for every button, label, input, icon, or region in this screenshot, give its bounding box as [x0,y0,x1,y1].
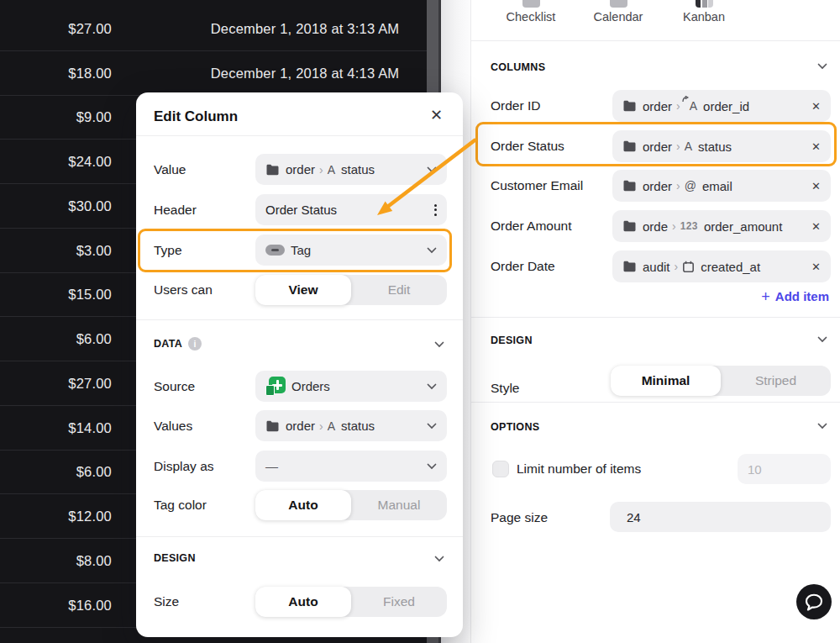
path-folder-name: orde [643,219,668,234]
path-folder-name: audit [643,260,670,274]
type-value: Tag [291,243,311,257]
column-item-created_at: Order Date audit › created_at ✕ [471,246,840,287]
order-amount-cell: $3.00 [0,242,112,258]
info-icon[interactable]: i [188,337,202,350]
users-can-segmented-control: View Edit [255,275,447,305]
users-option-view[interactable]: View [255,275,351,305]
style-option-minimal[interactable]: Minimal [611,366,721,396]
folder-icon [622,220,637,232]
header-label: Header [154,203,197,218]
tab-kanban[interactable]: Kanban [669,0,739,24]
page-size-label: Page size [491,510,548,525]
app-screen: $27.00 December 1, 2018 at 3:13 AM $18.0… [0,0,840,643]
display-as-row: Display as — [136,446,463,486]
path-folder-name: order [643,99,672,113]
relation-type-icon: A [685,99,697,113]
tab-calendar[interactable]: Calendar [583,0,654,24]
spreadsheet-icon [265,377,286,396]
chevron-down-icon[interactable] [817,336,827,343]
remove-column-icon[interactable]: ✕ [811,100,821,113]
remove-column-icon[interactable]: ✕ [811,220,821,233]
add-item-label: Add item [775,289,829,303]
remove-column-icon[interactable]: ✕ [811,261,821,273]
size-option-fixed[interactable]: Fixed [351,587,447,617]
config-panel: Checklist Calendar Kanban COLUMNS Order … [470,0,840,643]
column-field-pill[interactable]: order › A order_id ✕ [612,90,831,122]
source-field[interactable]: Orders [255,371,447,402]
size-label: Size [154,594,179,609]
close-icon[interactable]: ✕ [430,106,443,124]
users-can-row: Users can View Edit [136,270,463,309]
value-field[interactable]: order › A status [255,154,447,185]
page-size-input[interactable]: 24 [610,502,831,532]
chat-support-button[interactable] [796,584,832,619]
design-section-title: DESIGN [491,335,533,346]
field-name: status [341,419,375,433]
display-as-value: — [265,459,278,473]
limit-items-checkbox[interactable] [492,461,509,477]
divider [471,402,840,403]
divider [471,40,840,41]
column-item-label: Order ID [491,98,540,113]
folder-icon [265,164,280,176]
limit-items-label: Limit number of items [517,461,641,477]
column-item-label: Order Status [491,139,564,154]
size-segmented-control: Auto Fixed [255,587,447,617]
tab-label: Checklist [496,10,566,24]
remove-column-icon[interactable]: ✕ [811,140,821,153]
order-amount-cell: $18.00 [0,65,112,81]
page-size-value: 24 [627,510,641,524]
chevron-down-icon[interactable] [434,341,444,348]
field-name: status [341,162,375,177]
column-field-pill[interactable]: audit › created_at ✕ [612,250,831,282]
column-item-order_id: Order ID order › A order_id ✕ [471,86,840,126]
field-name: order_amount [704,219,782,234]
column-field-pill[interactable]: order › A status ✕ [612,130,831,162]
users-can-label: Users can [154,282,213,298]
limit-items-input[interactable]: 10 [738,454,831,484]
data-section-title: DATA [154,338,182,350]
order-amount-cell: $27.00 [0,375,112,391]
style-option-striped[interactable]: Striped [721,366,831,396]
size-option-auto[interactable]: Auto [255,587,351,617]
column-field-pill[interactable]: order › @ email ✕ [612,170,831,202]
plus-icon: + [761,290,770,303]
columns-section-title: COLUMNS [491,61,545,73]
table-row[interactable]: $27.00 December 1, 2018 at 3:13 AM [0,7,427,51]
chevron-down-icon [427,383,437,390]
chevron-down-icon[interactable] [817,423,827,430]
column-item-order_amount: Order Amount orde › 123 order_amount ✕ [471,206,840,246]
value-label: Value [154,162,186,177]
divider [471,317,840,318]
tab-checklist[interactable]: Checklist [496,0,566,24]
users-option-edit[interactable]: Edit [351,275,447,305]
type-field[interactable]: Tag [255,235,447,266]
field-name: email [702,179,732,193]
path-folder-name: order [286,162,315,177]
display-as-label: Display as [154,459,214,474]
column-item-email: Customer Email order › @ email ✕ [471,166,840,206]
tag-color-option-auto[interactable]: Auto [255,490,351,520]
options-section-title: OPTIONS [491,421,539,433]
table-row[interactable]: $18.00 December 1, 2018 at 4:13 AM [0,51,427,96]
column-field-pill[interactable]: orde › 123 order_amount ✕ [612,210,831,242]
add-item-button[interactable]: + Add item [761,289,829,303]
data-section-header: DATA i [154,337,202,350]
column-item-status: Order Status order › A status ✕ [471,126,840,166]
order-amount-cell: $24.00 [0,154,112,170]
kebab-menu-icon[interactable] [434,204,437,216]
divider [136,536,463,537]
chevron-down-icon[interactable] [434,556,444,562]
folder-icon [622,261,637,272]
values-field[interactable]: order › A status [255,410,447,441]
folder-icon [622,140,637,152]
order-amount-cell: $8.00 [0,552,112,568]
header-field[interactable]: Order Status [255,194,447,225]
display-as-field[interactable]: — [255,451,447,482]
remove-column-icon[interactable]: ✕ [811,180,821,192]
source-label: Source [154,379,195,394]
path-separator: › [319,163,323,177]
field-name: created_at [701,260,760,274]
chevron-down-icon[interactable] [817,63,827,70]
tag-color-option-manual[interactable]: Manual [351,490,447,520]
